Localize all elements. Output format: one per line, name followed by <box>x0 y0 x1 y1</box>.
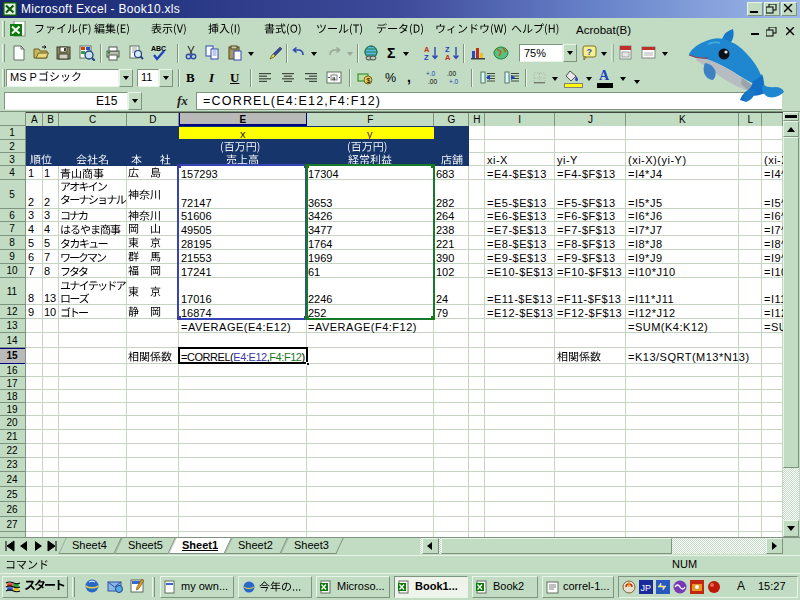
svg-text:JP: JP <box>641 583 652 593</box>
svg-text:Z: Z <box>424 53 429 61</box>
svg-text:.00: .00 <box>447 70 456 77</box>
svg-text:A: A <box>445 53 451 61</box>
svg-text:$: $ <box>367 77 371 84</box>
svg-text:+.0: +.0 <box>449 78 459 85</box>
svg-text:?: ? <box>587 47 593 57</box>
svg-text:.00: .00 <box>428 78 437 85</box>
svg-text:+.0: +.0 <box>426 70 436 77</box>
